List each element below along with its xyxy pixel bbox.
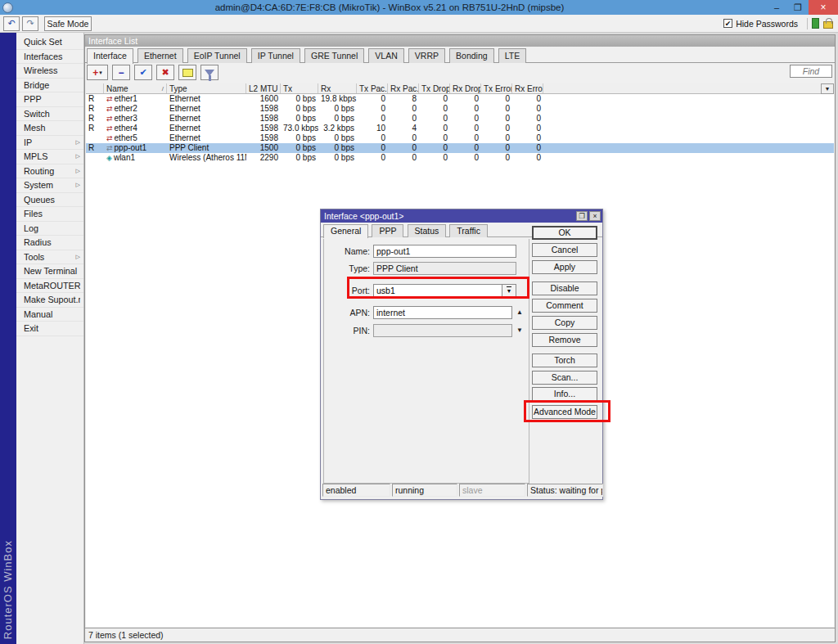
section-down-icon[interactable]: ▼ bbox=[516, 327, 523, 334]
remove-button[interactable]: − bbox=[112, 65, 130, 80]
port-field[interactable] bbox=[374, 285, 502, 296]
copy-button[interactable]: Copy bbox=[532, 316, 597, 330]
advanced-mode-button[interactable]: Advanced Mode bbox=[532, 405, 597, 419]
filter-button[interactable] bbox=[200, 65, 219, 80]
column-header-tx-drops[interactable]: Tx Drops bbox=[419, 83, 450, 93]
pin-field-row: PIN: ▼ bbox=[324, 323, 523, 337]
find-input[interactable] bbox=[790, 65, 832, 78]
dialog-restore-button[interactable]: ❐ bbox=[576, 211, 588, 221]
enable-button[interactable]: ✔ bbox=[134, 65, 152, 80]
table-row[interactable]: ⇄ether5 Ethernet 1598 0 bps 0 bps 0 0 0 … bbox=[86, 133, 834, 143]
header-dropdown-button[interactable]: ▼ bbox=[821, 83, 834, 94]
section-up-icon[interactable]: ▲ bbox=[516, 308, 523, 316]
dialog-titlebar[interactable]: Interface <ppp-out1> ❐ × bbox=[321, 209, 602, 223]
redo-button[interactable]: ↷ bbox=[22, 16, 38, 31]
traffic-indicator-icon bbox=[812, 18, 819, 29]
column-header-rx[interactable]: Rx bbox=[318, 83, 357, 93]
column-header-rx-drops[interactable]: Rx Drops bbox=[450, 83, 481, 93]
table-row[interactable]: R ⇄ether1 Ethernet 1600 0 bps 19.8 kbps … bbox=[86, 94, 834, 104]
add-button[interactable]: +▾ bbox=[87, 65, 108, 80]
hide-passwords-checkbox[interactable]: ✔ bbox=[723, 19, 732, 28]
sidebar-item-manual[interactable]: Manual bbox=[16, 308, 83, 322]
table-row[interactable]: ◈wlan1 Wireless (Atheros 11N) 2290 0 bps… bbox=[86, 153, 834, 163]
sidebar-item-mesh[interactable]: Mesh bbox=[16, 121, 83, 136]
safe-mode-button[interactable]: Safe Mode bbox=[44, 16, 92, 31]
column-header-rx-errors[interactable]: Rx Errors bbox=[512, 83, 543, 93]
winbox-app: admin@D4:CA:6D:7E:F8:CB (MikroTik) - Win… bbox=[0, 0, 838, 644]
tab-vlan[interactable]: VLAN bbox=[368, 48, 403, 63]
sidebar-item-bridge[interactable]: Bridge bbox=[16, 79, 83, 93]
sidebar-item-system[interactable]: System▷ bbox=[16, 178, 83, 193]
table-row[interactable]: R ⇄ether4 Ethernet 1598 73.0 kbps 3.2 kb… bbox=[86, 124, 834, 133]
column-header-tx-errors[interactable]: Tx Errors bbox=[481, 83, 512, 93]
dialog-tab-ppp[interactable]: PPP bbox=[372, 224, 403, 237]
tab-interface[interactable]: Interface bbox=[87, 48, 133, 64]
undo-button[interactable]: ↶ bbox=[3, 16, 20, 31]
column-header-tx-pac[interactable]: Tx Pac... bbox=[357, 83, 388, 93]
dialog-tab-general[interactable]: General bbox=[323, 224, 368, 238]
table-row-selected[interactable]: R ⇄ppp-out1 PPP Client 1500 0 bps 0 bps … bbox=[86, 143, 834, 153]
sidebar-item-interfaces[interactable]: Interfaces bbox=[16, 50, 83, 65]
sidebar-item-files[interactable]: Files bbox=[16, 207, 83, 222]
sidebar-item-metarouter[interactable]: MetaROUTER bbox=[16, 279, 83, 294]
dialog-tab-traffic[interactable]: Traffic bbox=[449, 224, 488, 237]
sidebar-item-log[interactable]: Log bbox=[16, 222, 83, 236]
apn-field[interactable] bbox=[373, 306, 512, 319]
sidebar-item-ip[interactable]: IP▷ bbox=[16, 136, 83, 151]
sidebar-item-radius[interactable]: Radius bbox=[16, 236, 83, 250]
sidebar-item-new-terminal[interactable]: New Terminal bbox=[16, 264, 83, 279]
pin-field[interactable] bbox=[373, 324, 512, 337]
tab-gre-tunnel[interactable]: GRE Tunnel bbox=[304, 48, 364, 63]
ethernet-icon: ⇄ bbox=[106, 124, 113, 133]
name-field[interactable] bbox=[373, 245, 516, 258]
sidebar-item-wireless[interactable]: Wireless bbox=[16, 64, 83, 79]
sidebar-item-tools[interactable]: Tools▷ bbox=[16, 250, 83, 265]
column-header-name[interactable]: Name/ bbox=[104, 83, 167, 93]
disable-button[interactable]: ✖ bbox=[156, 65, 174, 80]
apply-button[interactable]: Apply bbox=[532, 260, 597, 274]
tab-vrrp[interactable]: VRRP bbox=[408, 48, 445, 63]
cancel-button[interactable]: Cancel bbox=[532, 243, 597, 257]
ok-button[interactable]: OK bbox=[532, 226, 597, 240]
disable-button[interactable]: Disable bbox=[532, 281, 597, 295]
interface-list-titlebar[interactable]: Interface List bbox=[85, 35, 835, 47]
wireless-icon: ◈ bbox=[106, 154, 112, 162]
close-button[interactable]: × bbox=[809, 0, 838, 15]
port-label: Port: bbox=[324, 286, 373, 295]
table-row[interactable]: R ⇄ether3 Ethernet 1598 0 bps 0 bps 0 0 … bbox=[86, 114, 834, 124]
winbox-logo-icon bbox=[2, 2, 13, 13]
column-header-flag[interactable] bbox=[86, 83, 104, 93]
tab-bonding[interactable]: Bonding bbox=[449, 48, 494, 63]
sidebar-item-quick-set[interactable]: Quick Set bbox=[16, 35, 83, 50]
sidebar-item-exit[interactable]: Exit bbox=[16, 322, 83, 336]
sidebar-item-switch[interactable]: Switch bbox=[16, 107, 83, 122]
column-header-l2mtu[interactable]: L2 MTU bbox=[246, 83, 281, 93]
sidebar-item-queues[interactable]: Queues bbox=[16, 193, 83, 208]
tab-ethernet[interactable]: Ethernet bbox=[137, 48, 183, 63]
column-header-rx-pac[interactable]: Rx Pac... bbox=[388, 83, 419, 93]
tab-ip-tunnel[interactable]: IP Tunnel bbox=[251, 48, 300, 63]
comment-button[interactable] bbox=[178, 65, 196, 80]
sidebar-item-ppp[interactable]: PPP bbox=[16, 92, 83, 107]
comment-icon bbox=[182, 69, 193, 77]
dialog-close-button[interactable]: × bbox=[589, 211, 601, 221]
torch-button[interactable]: Torch bbox=[532, 354, 597, 367]
info-button[interactable]: Info... bbox=[532, 387, 597, 401]
sidebar-item-routing[interactable]: Routing▷ bbox=[16, 164, 83, 179]
column-header-type[interactable]: Type bbox=[167, 83, 246, 93]
table-row[interactable]: R ⇄ether2 Ethernet 1598 0 bps 0 bps 0 0 … bbox=[86, 104, 834, 114]
secure-lock-icon bbox=[823, 21, 833, 29]
column-header-tx[interactable]: Tx bbox=[281, 83, 318, 93]
port-combobox[interactable]: ▼ bbox=[373, 284, 516, 297]
minimize-button[interactable]: – bbox=[766, 0, 787, 15]
remove-button[interactable]: Remove bbox=[532, 333, 597, 347]
tab-eoip-tunnel[interactable]: EoIP Tunnel bbox=[187, 48, 247, 63]
sidebar-item-make-supout-rif[interactable]: Make Supout.rif bbox=[16, 293, 83, 308]
scan-button[interactable]: Scan... bbox=[532, 371, 597, 385]
restore-button[interactable]: ❐ bbox=[787, 0, 809, 15]
tab-lte[interactable]: LTE bbox=[498, 48, 526, 63]
dialog-tab-status[interactable]: Status bbox=[408, 224, 447, 237]
sidebar-item-mpls[interactable]: MPLS▷ bbox=[16, 150, 83, 164]
port-dropdown-button[interactable]: ▼ bbox=[502, 285, 516, 296]
comment-button[interactable]: Comment bbox=[532, 299, 597, 313]
